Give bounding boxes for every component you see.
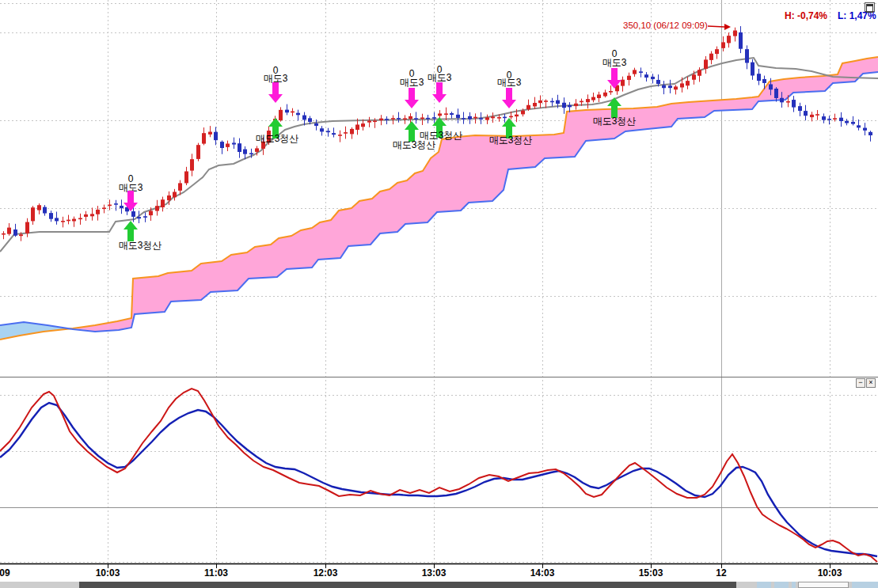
session-high-percent: H: -0,74% — [785, 10, 827, 21]
scrollbar-thumb[interactable] — [79, 582, 736, 588]
taskbar-tile[interactable] — [757, 582, 771, 588]
horizontal-scrollbar[interactable] — [0, 582, 878, 588]
taskbar-tile[interactable] — [774, 582, 789, 588]
candle-body — [196, 145, 200, 159]
candle-body — [715, 49, 719, 54]
signal-liquidation-label: 매도3청산 — [119, 240, 162, 251]
x-axis-label: 12 — [716, 567, 727, 579]
candle-body — [13, 230, 17, 236]
candle-body — [497, 117, 501, 119]
candle-body — [414, 118, 418, 119]
candle-body — [485, 117, 489, 119]
candle-body — [544, 101, 548, 102]
signal-sell-label: 매도3 — [400, 77, 424, 88]
candle-body — [680, 83, 684, 87]
candle-body — [184, 172, 188, 184]
candle-body — [161, 199, 165, 207]
candle-body — [839, 118, 843, 121]
candle-body — [503, 117, 507, 119]
candle-body — [102, 207, 106, 209]
taskbar-tile[interactable] — [792, 582, 796, 588]
candle-body — [633, 70, 637, 74]
candle-body — [190, 159, 194, 170]
candle-body — [456, 115, 460, 118]
candle-body — [815, 114, 819, 116]
candle-body — [526, 105, 530, 109]
candle-body — [220, 142, 224, 148]
candle-body — [863, 128, 867, 131]
candle-body — [355, 124, 359, 129]
panel-minimize-button[interactable]: − — [856, 378, 865, 388]
candle-body — [249, 153, 253, 154]
candle-body — [49, 213, 53, 219]
signal-sell-label: 매도3 — [264, 73, 288, 84]
candle-body — [686, 81, 690, 85]
candle-body — [810, 115, 814, 117]
candle-body — [739, 32, 743, 49]
signal-sell-label: 매도3 — [602, 57, 627, 68]
signal-liquidation-label: 매도3청산 — [256, 133, 299, 144]
candle-body — [533, 103, 537, 106]
candle-body — [338, 135, 342, 136]
candle-body — [780, 98, 784, 103]
annotation-arrow — [708, 26, 724, 27]
oscillator-plot-area[interactable] — [0, 378, 878, 563]
x-axis-label: 12:03 — [314, 567, 338, 579]
candle-body — [143, 216, 147, 218]
candle-body — [326, 131, 330, 132]
candle-body — [851, 122, 855, 124]
candle-body — [733, 31, 737, 36]
candle-body — [609, 91, 613, 93]
x-axis: /0910:0311:0312:0313:0314:0315:031210:03 — [0, 563, 878, 579]
candle-body — [656, 80, 660, 84]
taskbar-tile[interactable] — [798, 582, 849, 588]
candle-body — [149, 211, 153, 215]
candle-body — [438, 113, 442, 116]
candle-body — [367, 121, 371, 123]
signal-liquidation-label: 매도3청산 — [593, 116, 637, 127]
candle-body — [137, 217, 141, 218]
candle-body — [67, 220, 70, 222]
chart-canvas: 0매도3매도3청산0매도3매도3청산0매도3매도3청산0매도3매도3청산0매도3… — [0, 0, 878, 588]
candle-body — [697, 70, 701, 76]
candle-body — [591, 97, 595, 101]
candle-body — [651, 77, 655, 79]
candle-body — [131, 211, 135, 217]
candle-body — [96, 210, 100, 214]
candle-body — [279, 110, 283, 120]
candle-body — [462, 118, 466, 119]
candle-body — [769, 84, 773, 89]
candle-body — [450, 113, 454, 115]
candle-body — [757, 74, 761, 81]
candle-body — [173, 192, 177, 197]
candle-body — [426, 118, 430, 119]
restore-window-button[interactable] — [865, 2, 875, 12]
candle-body — [674, 86, 678, 89]
candle-body — [662, 85, 666, 89]
x-axis-label: 11:03 — [204, 567, 228, 579]
candle-body — [586, 99, 590, 102]
candle-body — [397, 118, 401, 119]
candle-body — [603, 93, 607, 97]
candle-body — [7, 228, 11, 234]
candle-body — [214, 132, 218, 140]
candle-body — [509, 116, 513, 118]
candle-body — [432, 117, 436, 119]
candle-body — [61, 221, 65, 222]
candle-body — [385, 119, 389, 120]
taskbar-tile[interactable] — [852, 582, 878, 588]
candle-body — [786, 101, 790, 103]
candle-body — [291, 112, 295, 113]
x-axis-label: 13:03 — [422, 567, 447, 579]
candle-body — [208, 132, 212, 135]
candle-body — [538, 101, 542, 103]
candle-body — [90, 214, 94, 216]
candle-body — [84, 214, 88, 217]
signal-sell-label: 매도3 — [428, 72, 452, 83]
panel-close-button[interactable]: × — [866, 378, 876, 388]
candle-body — [391, 118, 395, 119]
candle-body — [798, 106, 802, 111]
candle-body — [255, 148, 259, 151]
candle-body — [597, 95, 601, 98]
candle-body — [692, 74, 696, 79]
